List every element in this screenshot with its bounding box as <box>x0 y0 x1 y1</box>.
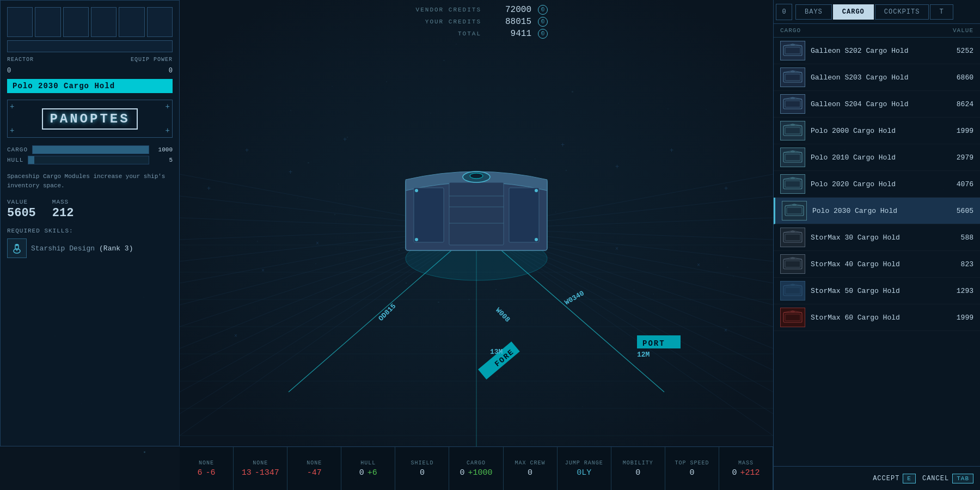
reactor-label: REACTOR <box>7 57 34 63</box>
corner-plus-bl: + <box>10 126 14 135</box>
item-icon-8 <box>780 254 805 274</box>
slot-6[interactable] <box>147 7 173 37</box>
mass-label: MASS <box>52 199 74 205</box>
list-item[interactable]: Polo 2010 Cargo Hold 2979 <box>774 144 980 171</box>
skill-rank: (Rank 3) <box>99 244 133 253</box>
stat-label: NONE <box>307 460 322 466</box>
svg-point-103 <box>791 151 795 152</box>
svg-text:13M: 13M <box>490 348 503 356</box>
list-item[interactable]: Polo 2030 Cargo Hold 5605 <box>774 198 980 224</box>
svg-point-133 <box>791 311 795 313</box>
svg-point-123 <box>791 258 795 259</box>
bottom-stat-mass: MASS 0 +212 <box>719 447 773 490</box>
item-icon-9 <box>780 281 805 301</box>
item-icon-3 <box>780 121 805 140</box>
svg-point-52 <box>415 189 418 192</box>
accept-button[interactable]: ACCEPT E <box>873 474 916 483</box>
item-value-10: 1999 <box>946 314 973 322</box>
svg-text:+: + <box>615 163 619 171</box>
list-item[interactable]: Galleon S204 Cargo Hold 8624 <box>774 91 980 118</box>
stat-val: +6 <box>367 468 377 477</box>
list-item[interactable]: StorMax 50 Cargo Hold 1293 <box>774 278 980 304</box>
item-value-0: 5252 <box>946 47 973 55</box>
svg-rect-115 <box>785 234 800 241</box>
svg-point-108 <box>791 177 795 179</box>
bottom-stat-mobility: MOBILITY 0 <box>611 447 665 490</box>
svg-rect-80 <box>785 47 800 54</box>
tab-cockpits[interactable]: COCKPITS <box>875 4 929 20</box>
value-item: VALUE 5605 <box>7 199 36 220</box>
stat-val: 0LY <box>577 468 591 477</box>
item-value-9: 1293 <box>946 287 973 295</box>
tab-bays[interactable]: BAYS <box>795 4 832 20</box>
bottom-stat-max-crew: MAX CREW 0 <box>504 447 558 490</box>
svg-rect-85 <box>785 74 800 81</box>
stat-val: 0 <box>528 468 532 477</box>
item-name-1: Galleon S203 Cargo Hold <box>811 74 941 82</box>
item-list[interactable]: Galleon S202 Cargo Hold 5252 Galleon S20… <box>774 38 980 466</box>
svg-text:×: × <box>234 333 237 339</box>
slot-3[interactable] <box>63 7 89 37</box>
cancel-key[interactable]: TAB <box>952 474 973 483</box>
cancel-button[interactable]: CANCEL TAB <box>922 474 973 483</box>
svg-point-98 <box>791 124 795 126</box>
stat-val: -47 <box>307 468 322 477</box>
stat-val: 13 <box>242 468 252 477</box>
slot-1[interactable] <box>7 7 33 37</box>
svg-text:×: × <box>615 246 618 252</box>
tab-cargo[interactable]: CARGO <box>833 4 874 20</box>
svg-rect-120 <box>785 261 800 267</box>
item-icon-2 <box>780 94 805 114</box>
ship-name-area: + + + + PANOPTES <box>7 100 173 138</box>
corner-plus-tr: + <box>166 102 170 111</box>
accept-key[interactable]: E <box>903 474 916 483</box>
skill-row: Starship Design (Rank 3) <box>7 238 173 258</box>
bottom-stat-jump-range: JUMP RANGE 0LY <box>558 447 611 490</box>
slot-wide[interactable] <box>7 40 173 52</box>
stats-section: CARGO 1000 HULL 5 <box>7 145 173 164</box>
list-item[interactable]: Galleon S202 Cargo Hold 5252 <box>774 38 980 64</box>
item-value-6: 5605 <box>946 207 973 215</box>
svg-text:+: + <box>561 142 565 149</box>
item-icon-10 <box>780 308 805 327</box>
ship-name: PANOPTES <box>42 108 137 130</box>
svg-text:×: × <box>697 262 700 268</box>
tab-num[interactable]: 0 <box>776 4 792 20</box>
list-item[interactable]: StorMax 40 Cargo Hold 823 <box>774 251 980 278</box>
grid-svg: OD815 W008 W0340 FORE PORT 13M 12M <box>180 0 773 446</box>
mass-val: 212 <box>52 206 74 220</box>
stat-val: 0 <box>732 468 737 477</box>
svg-point-55 <box>535 238 538 241</box>
hull-stat-label: HULL <box>7 157 23 163</box>
cargo-stat-label: CARGO <box>7 146 28 153</box>
tab-t[interactable]: T <box>930 4 953 20</box>
svg-rect-125 <box>785 287 800 294</box>
list-item[interactable]: StorMax 60 Cargo Hold 1999 <box>774 304 980 331</box>
corner-plus-tl: + <box>10 102 14 111</box>
stat-label: MAX CREW <box>515 460 546 466</box>
item-name-6: Polo 2030 Cargo Hold <box>812 207 941 215</box>
item-name-3: Polo 2000 Cargo Hold <box>811 127 941 135</box>
item-value-4: 2979 <box>946 154 973 162</box>
stat-val: 0 <box>420 468 425 477</box>
slot-2[interactable] <box>35 7 60 37</box>
skill-name: Starship Design <box>31 244 95 253</box>
svg-point-128 <box>791 284 795 286</box>
slot-4[interactable] <box>91 7 117 37</box>
corner-plus-br: + <box>166 126 170 135</box>
stat-val: -6 <box>206 468 216 477</box>
list-item[interactable]: Galleon S203 Cargo Hold 6860 <box>774 64 980 91</box>
bottom-stat-none: NONE 13 -1347 <box>234 447 287 490</box>
list-header-cargo: CARGO <box>780 27 801 34</box>
list-item[interactable]: Polo 2020 Cargo Hold 4076 <box>774 171 980 198</box>
cargo-stat-val: 1000 <box>154 146 173 153</box>
svg-rect-45 <box>449 182 504 245</box>
svg-text:+: + <box>670 147 673 155</box>
item-icon-4 <box>780 148 805 167</box>
cancel-label: CANCEL <box>922 475 949 482</box>
stat-label: MASS <box>738 460 754 466</box>
list-header: CARGO VALUE <box>774 24 980 38</box>
list-item[interactable]: StorMax 30 Cargo Hold 588 <box>774 224 980 251</box>
list-item[interactable]: Polo 2000 Cargo Hold 1999 <box>774 118 980 144</box>
slot-5[interactable] <box>119 7 144 37</box>
